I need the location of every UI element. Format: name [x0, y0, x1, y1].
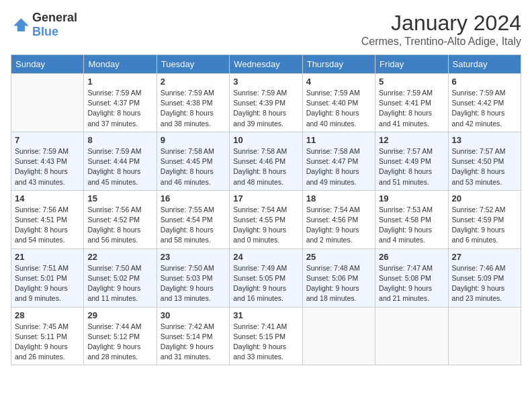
day-info: Sunrise: 7:53 AM Sunset: 4:58 PM Dayligh… [379, 205, 444, 246]
calendar-week-row: 7Sunrise: 7:59 AM Sunset: 4:43 PM Daylig… [11, 132, 521, 190]
day-number: 3 [233, 77, 298, 87]
day-info: Sunrise: 7:59 AM Sunset: 4:37 PM Dayligh… [87, 88, 152, 129]
day-info: Sunrise: 7:41 AM Sunset: 5:15 PM Dayligh… [233, 322, 298, 363]
day-info: Sunrise: 7:50 AM Sunset: 5:02 PM Dayligh… [87, 263, 152, 304]
day-number: 11 [306, 135, 371, 145]
calendar-cell: 29Sunrise: 7:44 AM Sunset: 5:12 PM Dayli… [84, 307, 157, 365]
day-number: 2 [161, 77, 226, 87]
day-number: 14 [15, 193, 80, 203]
calendar-cell: 2Sunrise: 7:59 AM Sunset: 4:38 PM Daylig… [157, 74, 229, 132]
calendar-cell: 19Sunrise: 7:53 AM Sunset: 4:58 PM Dayli… [375, 190, 448, 248]
calendar-cell [448, 307, 521, 365]
header-sunday: Sunday [11, 55, 84, 74]
calendar-cell: 26Sunrise: 7:47 AM Sunset: 5:08 PM Dayli… [375, 248, 448, 307]
header-wednesday: Wednesday [230, 55, 302, 74]
day-info: Sunrise: 7:58 AM Sunset: 4:47 PM Dayligh… [306, 146, 371, 187]
day-number: 19 [379, 193, 444, 203]
page-header: General Blue January 2024 Cermes, Trenti… [11, 11, 521, 48]
calendar-cell: 27Sunrise: 7:46 AM Sunset: 5:09 PM Dayli… [448, 248, 521, 307]
day-info: Sunrise: 7:59 AM Sunset: 4:39 PM Dayligh… [233, 88, 298, 129]
calendar-cell: 8Sunrise: 7:59 AM Sunset: 4:44 PM Daylig… [84, 132, 157, 190]
day-info: Sunrise: 7:48 AM Sunset: 5:06 PM Dayligh… [306, 263, 371, 304]
calendar-cell [11, 74, 84, 132]
calendar-cell: 28Sunrise: 7:45 AM Sunset: 5:11 PM Dayli… [11, 307, 84, 365]
calendar-cell: 5Sunrise: 7:59 AM Sunset: 4:41 PM Daylig… [375, 74, 448, 132]
day-number: 6 [452, 77, 517, 87]
day-info: Sunrise: 7:59 AM Sunset: 4:40 PM Dayligh… [306, 88, 371, 129]
logo-general: General [32, 11, 77, 24]
header-monday: Monday [84, 55, 157, 74]
calendar-cell: 6Sunrise: 7:59 AM Sunset: 4:42 PM Daylig… [448, 74, 521, 132]
day-info: Sunrise: 7:59 AM Sunset: 4:41 PM Dayligh… [379, 88, 444, 129]
day-number: 23 [161, 252, 226, 262]
calendar-cell: 25Sunrise: 7:48 AM Sunset: 5:06 PM Dayli… [302, 248, 375, 307]
day-info: Sunrise: 7:54 AM Sunset: 4:56 PM Dayligh… [306, 205, 371, 246]
day-info: Sunrise: 7:45 AM Sunset: 5:11 PM Dayligh… [15, 322, 80, 363]
calendar-cell: 3Sunrise: 7:59 AM Sunset: 4:39 PM Daylig… [230, 74, 302, 132]
day-number: 13 [452, 135, 517, 145]
day-info: Sunrise: 7:52 AM Sunset: 4:59 PM Dayligh… [452, 205, 517, 246]
day-number: 22 [87, 252, 152, 262]
day-info: Sunrise: 7:59 AM Sunset: 4:44 PM Dayligh… [87, 146, 152, 187]
calendar-week-row: 28Sunrise: 7:45 AM Sunset: 5:11 PM Dayli… [11, 307, 521, 365]
logo: General Blue [11, 11, 77, 39]
day-number: 24 [233, 252, 298, 262]
location-title: Cermes, Trentino-Alto Adige, Italy [361, 36, 521, 48]
logo-blue: Blue [32, 25, 58, 38]
header-saturday: Saturday [448, 55, 521, 74]
day-number: 20 [452, 193, 517, 203]
day-number: 21 [15, 252, 80, 262]
calendar-cell: 13Sunrise: 7:57 AM Sunset: 4:50 PM Dayli… [448, 132, 521, 190]
calendar-cell: 24Sunrise: 7:49 AM Sunset: 5:05 PM Dayli… [230, 248, 302, 307]
calendar-cell: 14Sunrise: 7:56 AM Sunset: 4:51 PM Dayli… [11, 190, 84, 248]
calendar-cell: 31Sunrise: 7:41 AM Sunset: 5:15 PM Dayli… [230, 307, 302, 365]
calendar-week-row: 21Sunrise: 7:51 AM Sunset: 5:01 PM Dayli… [11, 248, 521, 307]
calendar-cell: 18Sunrise: 7:54 AM Sunset: 4:56 PM Dayli… [302, 190, 375, 248]
day-number: 15 [87, 193, 152, 203]
day-info: Sunrise: 7:49 AM Sunset: 5:05 PM Dayligh… [233, 263, 298, 304]
calendar-table: SundayMondayTuesdayWednesdayThursdayFrid… [11, 54, 521, 365]
day-number: 17 [233, 193, 298, 203]
day-number: 9 [161, 135, 226, 145]
calendar-cell: 9Sunrise: 7:58 AM Sunset: 4:45 PM Daylig… [157, 132, 229, 190]
day-info: Sunrise: 7:56 AM Sunset: 4:52 PM Dayligh… [87, 205, 152, 246]
day-info: Sunrise: 7:46 AM Sunset: 5:09 PM Dayligh… [452, 263, 517, 304]
calendar-week-row: 14Sunrise: 7:56 AM Sunset: 4:51 PM Dayli… [11, 190, 521, 248]
title-area: January 2024 Cermes, Trentino-Alto Adige… [361, 11, 521, 48]
day-info: Sunrise: 7:54 AM Sunset: 4:55 PM Dayligh… [233, 205, 298, 246]
calendar-cell: 21Sunrise: 7:51 AM Sunset: 5:01 PM Dayli… [11, 248, 84, 307]
calendar-cell: 16Sunrise: 7:55 AM Sunset: 4:54 PM Dayli… [157, 190, 229, 248]
day-info: Sunrise: 7:44 AM Sunset: 5:12 PM Dayligh… [87, 322, 152, 363]
calendar-cell: 15Sunrise: 7:56 AM Sunset: 4:52 PM Dayli… [84, 190, 157, 248]
day-number: 8 [87, 135, 152, 145]
header-tuesday: Tuesday [157, 55, 229, 74]
day-info: Sunrise: 7:57 AM Sunset: 4:49 PM Dayligh… [379, 146, 444, 187]
day-number: 7 [15, 135, 80, 145]
calendar-cell: 17Sunrise: 7:54 AM Sunset: 4:55 PM Dayli… [230, 190, 302, 248]
calendar-cell [375, 307, 448, 365]
day-number: 4 [306, 77, 371, 87]
day-number: 27 [452, 252, 517, 262]
calendar-week-row: 1Sunrise: 7:59 AM Sunset: 4:37 PM Daylig… [11, 74, 521, 132]
calendar-cell: 7Sunrise: 7:59 AM Sunset: 4:43 PM Daylig… [11, 132, 84, 190]
day-number: 28 [15, 310, 80, 320]
day-info: Sunrise: 7:59 AM Sunset: 4:43 PM Dayligh… [15, 146, 80, 187]
day-info: Sunrise: 7:51 AM Sunset: 5:01 PM Dayligh… [15, 263, 80, 304]
calendar-cell: 20Sunrise: 7:52 AM Sunset: 4:59 PM Dayli… [448, 190, 521, 248]
logo-icon [11, 15, 30, 34]
svg-marker-0 [13, 18, 28, 32]
day-info: Sunrise: 7:47 AM Sunset: 5:08 PM Dayligh… [379, 263, 444, 304]
day-number: 5 [379, 77, 444, 87]
day-number: 12 [379, 135, 444, 145]
logo-text: General Blue [32, 11, 77, 39]
day-info: Sunrise: 7:56 AM Sunset: 4:51 PM Dayligh… [15, 205, 80, 246]
day-number: 10 [233, 135, 298, 145]
day-info: Sunrise: 7:58 AM Sunset: 4:46 PM Dayligh… [233, 146, 298, 187]
day-number: 25 [306, 252, 371, 262]
day-number: 29 [87, 310, 152, 320]
header-thursday: Thursday [302, 55, 375, 74]
calendar-cell: 12Sunrise: 7:57 AM Sunset: 4:49 PM Dayli… [375, 132, 448, 190]
day-info: Sunrise: 7:58 AM Sunset: 4:45 PM Dayligh… [161, 146, 226, 187]
day-number: 26 [379, 252, 444, 262]
header-friday: Friday [375, 55, 448, 74]
